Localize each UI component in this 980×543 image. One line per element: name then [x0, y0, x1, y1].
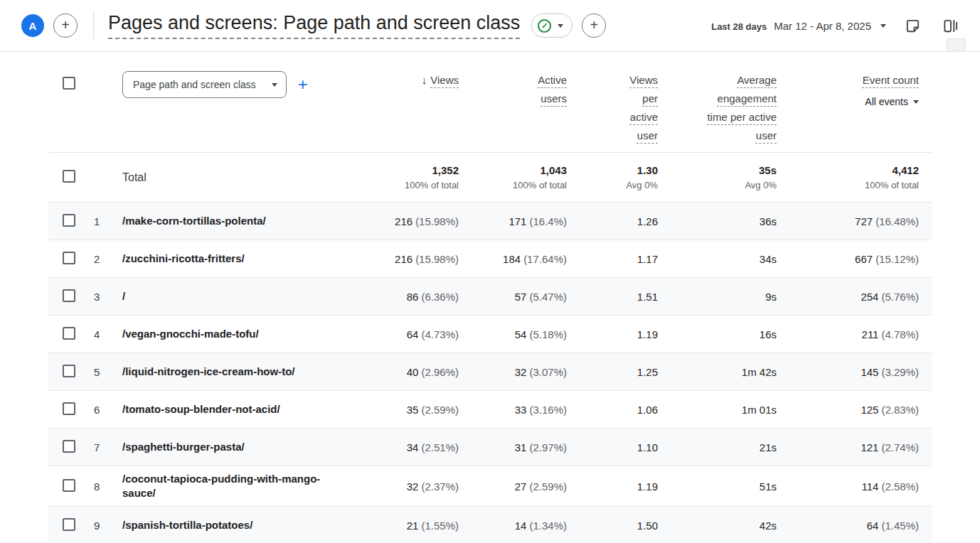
active-users-cell: 33(3.16%)	[459, 404, 567, 416]
row-checkbox[interactable]	[63, 440, 75, 453]
views-percent: (15.98%)	[415, 215, 459, 227]
table-row: 4 /vegan-gnocchi-made-tofu/ 64(4.73%) 54…	[48, 316, 932, 353]
event-count-cell: 125(2.83%)	[777, 404, 932, 416]
table-row: 5 /liquid-nitrogen-ice-cream-how-to/ 40(…	[48, 353, 932, 391]
active-users-percent: (16.4%)	[529, 215, 567, 227]
row-index: 1	[94, 215, 122, 227]
add-comparison-button[interactable]: +	[582, 14, 606, 38]
check-circle-icon: ✓	[538, 19, 551, 33]
active-users-value: 32	[515, 366, 527, 378]
views-per-user-cell: 1.50	[567, 520, 658, 532]
row-index: 6	[94, 404, 122, 416]
total-views-per-user-cell: 1.30 Avg 0%	[567, 164, 658, 190]
event-count-cell: 114(2.58%)	[777, 480, 932, 493]
row-checkbox-cell	[48, 289, 94, 304]
views-value: 35	[407, 404, 419, 416]
engagement-time-cell: 9s	[658, 291, 777, 303]
event-filter-dropdown[interactable]: All events	[777, 96, 919, 107]
row-checkbox[interactable]	[63, 365, 75, 377]
row-checkbox-cell	[48, 479, 94, 494]
row-checkbox[interactable]	[63, 289, 75, 302]
report-title[interactable]: Pages and screens: Page path and screen …	[108, 12, 520, 39]
row-checkbox[interactable]	[63, 214, 75, 227]
table-header-row: Page path and screen class + ↓Views Acti…	[48, 63, 932, 153]
views-cell: 21(1.55%)	[363, 520, 459, 532]
event-count-value: 114	[862, 480, 879, 493]
page-path-cell: /coconut-tapioca-pudding-with-mango-sauc…	[122, 472, 363, 500]
row-checkbox[interactable]	[63, 327, 75, 340]
active-users-percent: (3.16%)	[529, 404, 567, 416]
table-row: 1 /make-corn-tortillas-polenta/ 216(15.9…	[48, 203, 932, 240]
event-count-percent: (2.83%)	[881, 404, 919, 416]
views-per-user-cell: 1.51	[567, 291, 658, 303]
report-status-dropdown[interactable]: ✓	[531, 14, 572, 38]
active-users-value: 54	[515, 328, 527, 340]
total-engagement-cell: 35s Avg 0%	[658, 164, 777, 190]
active-users-percent: (5.18%)	[529, 328, 567, 340]
row-checkbox[interactable]	[63, 402, 75, 415]
column-header-avg-engagement-time[interactable]: Average engagement time per active user	[705, 71, 777, 145]
views-percent: (6.36%)	[421, 291, 459, 303]
dimension-dropdown-label: Page path and screen class	[133, 77, 256, 92]
comparison-panel-icon[interactable]	[939, 15, 962, 37]
event-filter-label: All events	[865, 96, 908, 107]
views-per-user-cell: 1.25	[567, 366, 658, 378]
row-checkbox[interactable]	[63, 479, 75, 492]
scrollbar-thumb[interactable]	[947, 38, 966, 50]
column-header-views-per-active-user[interactable]: Views per active user	[621, 71, 658, 145]
row-index: 2	[94, 253, 122, 265]
row-index: 7	[94, 441, 122, 453]
notes-icon[interactable]	[902, 15, 924, 37]
row-index: 4	[94, 328, 122, 340]
add-button[interactable]: +	[53, 14, 78, 38]
views-per-user-cell: 1.10	[567, 441, 658, 453]
row-checkbox[interactable]	[63, 518, 75, 531]
active-users-value: 27	[515, 480, 527, 493]
row-checkbox-cell	[48, 402, 94, 417]
engagement-time-cell: 16s	[658, 328, 777, 340]
event-count-value: 64	[867, 520, 879, 532]
views-cell: 32(2.37%)	[363, 480, 459, 493]
active-users-percent: (2.97%)	[529, 441, 567, 453]
row-checkbox[interactable]	[63, 252, 75, 264]
views-value: 216	[395, 253, 412, 265]
event-count-percent: (1.45%)	[881, 520, 919, 532]
column-header-event-count[interactable]: Event count	[863, 71, 919, 90]
row-checkbox-cell	[48, 365, 94, 380]
column-header-views[interactable]: Views	[430, 71, 459, 90]
total-views-per-user-value: 1.30	[567, 164, 658, 176]
active-users-value: 184	[503, 253, 521, 265]
add-dimension-button[interactable]: +	[298, 76, 308, 93]
active-users-percent: (2.59%)	[529, 480, 567, 493]
total-checkbox[interactable]	[63, 170, 75, 183]
row-checkbox-cell	[48, 327, 94, 342]
active-users-percent: (3.07%)	[529, 366, 567, 378]
views-cell: 64(4.73%)	[363, 328, 459, 340]
date-preset-label: Last 28 days	[711, 21, 767, 32]
avatar-letter: A	[29, 20, 37, 32]
event-count-value: 145	[861, 366, 878, 378]
engagement-time-cell: 1m 01s	[658, 404, 777, 416]
avatar[interactable]: A	[21, 14, 44, 37]
page-path-cell: /make-corn-tortillas-polenta/	[122, 214, 363, 228]
views-per-user-cell: 1.19	[567, 328, 658, 340]
column-header-active-users[interactable]: Active users	[528, 71, 567, 108]
date-range-picker[interactable]: Last 28 days Mar 12 - Apr 8, 2025	[711, 20, 886, 32]
active-users-cell: 14(1.34%)	[459, 520, 567, 532]
select-all-checkbox[interactable]	[63, 77, 75, 90]
views-per-user-cell: 1.17	[567, 253, 658, 265]
chevron-down-icon	[558, 24, 563, 28]
header-divider	[0, 51, 980, 52]
views-value: 34	[407, 441, 419, 453]
total-views-cell: 1,352 100% of total	[363, 164, 459, 190]
total-views-per-user-sub: Avg 0%	[567, 180, 658, 190]
views-value: 32	[407, 480, 419, 493]
row-index: 5	[94, 366, 122, 378]
sort-descending-icon[interactable]: ↓	[422, 74, 427, 86]
table-row: 3 / 86(6.36%) 57(5.47%) 1.51 9s 254(5.76…	[48, 278, 932, 316]
row-checkbox-cell	[48, 214, 94, 229]
dimension-dropdown[interactable]: Page path and screen class	[122, 71, 287, 98]
views-percent: (2.96%)	[421, 366, 459, 378]
select-all-cell	[48, 71, 94, 92]
row-checkbox-cell	[48, 252, 94, 267]
